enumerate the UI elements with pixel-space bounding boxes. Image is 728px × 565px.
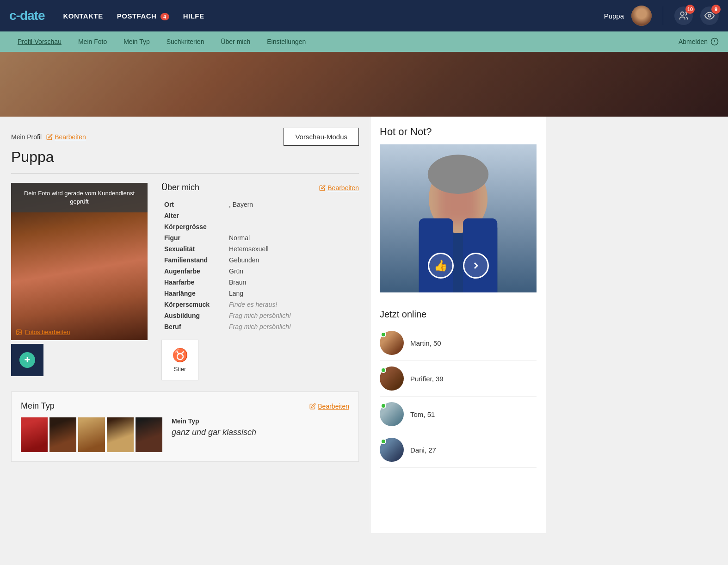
hot-or-not-buttons: 👍: [428, 253, 489, 279]
field-value: [226, 210, 359, 221]
field-value: [226, 221, 359, 232]
online-user-martin[interactable]: Martin, 50: [380, 325, 537, 361]
table-row: Haarfarbe Braun: [161, 277, 359, 288]
online-user-tom[interactable]: Tom, 51: [380, 397, 537, 432]
field-label: Beruf: [161, 321, 226, 332]
avatar-purifier: [380, 366, 404, 391]
nav-kontakte[interactable]: KONTAKTE: [63, 12, 103, 20]
subnav-mein-typ[interactable]: Mein Typ: [115, 31, 158, 52]
field-value: Normal: [226, 232, 359, 243]
foto-bearbeiten-link[interactable]: Fotos bearbeiten: [16, 329, 70, 335]
profile-bearbeiten-link[interactable]: Bearbeiten: [46, 133, 86, 141]
site-logo[interactable]: c-date: [9, 8, 44, 23]
subnav-ueber-mich[interactable]: Über mich: [212, 31, 259, 52]
field-value-muted: Frag mich persönlich!: [226, 310, 359, 321]
hot-or-not-title: Hot or Not?: [380, 126, 537, 138]
like-button[interactable]: 👍: [428, 253, 454, 279]
typ-image-1: [21, 417, 48, 452]
typ-image-2: [49, 417, 76, 452]
field-label: Familienstand: [161, 255, 226, 266]
table-row: Körpergrösse: [161, 221, 359, 232]
field-label: Ausbildung: [161, 310, 226, 321]
svg-point-1: [708, 14, 711, 17]
add-photo-button[interactable]: +: [11, 344, 43, 376]
field-label: Haarfarbe: [161, 277, 226, 288]
subnav-mein-foto[interactable]: Mein Foto: [70, 31, 115, 52]
profile-body: Dein Foto wird gerade vom Kundendienst g…: [11, 183, 359, 380]
typ-image-3: [78, 417, 105, 452]
next-button[interactable]: [463, 253, 489, 279]
avatar-image: [631, 6, 652, 26]
field-label: Sexualität: [161, 243, 226, 255]
online-indicator: [381, 367, 386, 373]
jetzt-online-section: Jetzt online Martin, 50 Purifier, 39 Tom…: [370, 302, 546, 468]
thumbs-up-icon: 👍: [434, 259, 448, 272]
views-badge: 9: [711, 5, 721, 14]
online-indicator: [381, 332, 386, 337]
mein-typ-bearbeiten-link[interactable]: Bearbeiten: [309, 403, 349, 410]
avatar-tom: [380, 402, 404, 426]
nav-username: Puppa: [604, 12, 624, 20]
field-label: Augenfarbe: [161, 266, 226, 277]
table-row: Körperscmuck Finde es heraus!: [161, 299, 359, 310]
info-table: Ort , Bayern Alter Körpergrösse Figur No…: [161, 199, 359, 332]
table-row: Haarlänge Lang: [161, 288, 359, 299]
typ-image-4: [107, 417, 134, 452]
subnav-einstellungen[interactable]: Einstellungen: [259, 31, 314, 52]
avatar[interactable]: [631, 6, 652, 26]
field-label: Figur: [161, 232, 226, 243]
nav-divider: [663, 6, 663, 25]
subnav-suchkriterien[interactable]: Suchkriterien: [158, 31, 213, 52]
top-navigation: c-date KONTAKTE POSTFACH 4 HILFE Puppa 1…: [0, 0, 728, 31]
field-label: Alter: [161, 210, 226, 221]
user-name-purifier: Purifier, 39: [410, 375, 444, 383]
table-row: Ort , Bayern: [161, 199, 359, 210]
subnav-profil-vorschau[interactable]: Profil-Vorschau: [9, 31, 70, 52]
user-name-martin: Martin, 50: [410, 339, 441, 347]
abmelden-button[interactable]: Abmelden: [679, 37, 719, 46]
mein-profil-label: Mein Profil: [11, 133, 42, 141]
right-sidebar: Hot or Not?: [370, 117, 546, 533]
user-name-dani: Dani, 27: [410, 446, 436, 454]
hero-banner: [0, 52, 728, 117]
online-indicator: [381, 403, 386, 409]
table-row: Augenfarbe Grün: [161, 266, 359, 277]
users-badge: 10: [685, 5, 695, 14]
field-value: Grün: [226, 266, 359, 277]
svg-point-0: [681, 12, 684, 15]
online-indicator: [381, 439, 386, 444]
subnav-right: Abmelden: [679, 37, 719, 46]
online-user-dani[interactable]: Dani, 27: [380, 432, 537, 468]
nav-hilfe[interactable]: HILFE: [183, 12, 204, 20]
avatar-dani: [380, 438, 404, 462]
online-user-purifier[interactable]: Purifier, 39: [380, 361, 537, 397]
table-row: Alter: [161, 210, 359, 221]
zodiac-symbol: ♉: [172, 348, 188, 363]
field-label: Haarlänge: [161, 288, 226, 299]
views-icon-button[interactable]: 9: [700, 6, 719, 25]
uber-mich-section: Über mich Bearbeiten Ort , Bayern: [161, 183, 359, 380]
mein-typ-label: Mein Typ: [172, 417, 349, 425]
field-value: Gebunden: [226, 255, 359, 266]
profile-photos: Dein Foto wird gerade vom Kundendienst g…: [11, 183, 148, 380]
postfach-badge: 4: [160, 13, 169, 20]
main-photo: Dein Foto wird gerade vom Kundendienst g…: [11, 183, 148, 340]
avatar-martin: [380, 331, 404, 355]
plus-icon: +: [19, 352, 35, 368]
svg-point-6: [18, 331, 19, 332]
mein-typ-header: Mein Typ Bearbeiten: [21, 401, 349, 411]
profile-name: Puppa: [11, 149, 359, 166]
vorschau-modus-button[interactable]: Vorschau-Modus: [284, 128, 359, 146]
uber-mich-title: Über mich: [161, 183, 199, 192]
hot-or-not-section: Hot or Not?: [370, 117, 546, 302]
field-value: Heterosexuell: [226, 243, 359, 255]
content-area: Mein Profil Bearbeiten Vorschau-Modus Pu…: [0, 117, 370, 533]
sub-navigation: Profil-Vorschau Mein Foto Mein Typ Suchk…: [0, 31, 728, 52]
mein-typ-title: Mein Typ: [21, 401, 55, 411]
profile-header: Mein Profil Bearbeiten Vorschau-Modus: [11, 128, 359, 146]
table-row: Beruf Frag mich persönlich!: [161, 321, 359, 332]
nav-postfach[interactable]: POSTFACH 4: [117, 12, 169, 20]
uber-mich-bearbeiten-link[interactable]: Bearbeiten: [319, 184, 359, 192]
users-icon-button[interactable]: 10: [674, 6, 693, 25]
hot-or-not-image: 👍: [380, 144, 537, 292]
